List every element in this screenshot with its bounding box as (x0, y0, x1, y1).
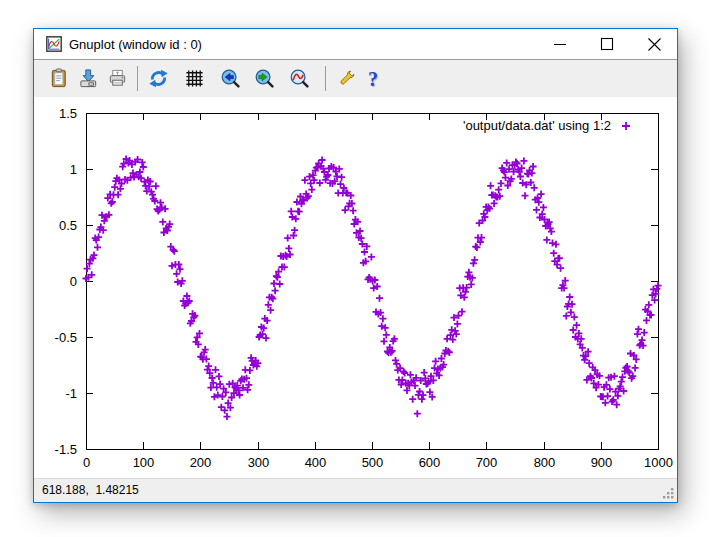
copy-to-clipboard-button[interactable] (47, 67, 71, 91)
close-icon (631, 29, 677, 59)
svg-text:-1.5: -1.5 (55, 442, 77, 457)
resize-grip-icon[interactable] (663, 488, 675, 500)
help-button[interactable]: ? (361, 67, 385, 91)
save-graph-button[interactable] (76, 67, 100, 91)
status-bar: 618.188, 1.48215 (34, 479, 677, 502)
autoscale-button[interactable] (287, 67, 311, 91)
minimize-icon (537, 29, 583, 59)
svg-text:0.5: 0.5 (59, 218, 77, 233)
grid-icon (184, 68, 205, 89)
svg-text:'output/data.dat' using 1:2: 'output/data.dat' using 1:2 (463, 118, 611, 133)
svg-text:-1: -1 (65, 386, 77, 401)
svg-text:700: 700 (476, 455, 498, 470)
toolbar-separator (325, 66, 326, 91)
svg-text:800: 800 (534, 455, 556, 470)
minimize-button[interactable] (536, 29, 583, 59)
svg-text:600: 600 (419, 455, 441, 470)
caption-buttons (536, 29, 677, 59)
wrench-icon (336, 68, 357, 89)
save-icon (78, 68, 99, 89)
svg-text:1: 1 (70, 162, 77, 177)
svg-text:200: 200 (190, 455, 212, 470)
toolbar-separator (137, 66, 138, 91)
titlebar[interactable]: Gnuplot (window id : 0) (34, 29, 677, 59)
svg-text:300: 300 (248, 455, 270, 470)
zoom-previous-icon (220, 68, 241, 89)
print-button[interactable] (105, 67, 129, 91)
gnuplot-window: Gnuplot (window id : 0) (33, 28, 678, 503)
toggle-grid-button[interactable] (182, 67, 206, 91)
next-zoom-button[interactable] (252, 67, 276, 91)
svg-text:1.5: 1.5 (59, 106, 77, 121)
zoom-autoscale-icon (289, 68, 310, 89)
svg-text:1000: 1000 (644, 455, 673, 470)
previous-zoom-button[interactable] (218, 67, 242, 91)
plot-canvas[interactable]: 01002003004005006007008009001000-1.5-1-0… (34, 97, 677, 478)
svg-text:900: 900 (591, 455, 613, 470)
close-button[interactable] (630, 29, 677, 59)
svg-text:100: 100 (133, 455, 155, 470)
maximize-icon (584, 29, 630, 59)
gnuplot-app-icon (46, 36, 62, 52)
refresh-icon (148, 68, 169, 89)
svg-text:0: 0 (70, 274, 77, 289)
toolbar: ? (34, 60, 677, 97)
svg-text:-0.5: -0.5 (55, 330, 77, 345)
replot-button[interactable] (146, 67, 170, 91)
svg-text:500: 500 (362, 455, 384, 470)
clipboard-icon (49, 68, 70, 89)
printer-icon (107, 68, 128, 89)
question-mark-icon: ? (368, 69, 378, 89)
svg-text:0: 0 (83, 455, 90, 470)
window-title: Gnuplot (window id : 0) (69, 37, 202, 52)
svg-text:400: 400 (305, 455, 327, 470)
maximize-button[interactable] (583, 29, 630, 59)
zoom-next-icon (254, 68, 275, 89)
options-button[interactable] (334, 67, 358, 91)
mouse-coordinates: 618.188, 1.48215 (34, 483, 139, 497)
plot-area: 01002003004005006007008009001000-1.5-1-0… (34, 97, 677, 478)
